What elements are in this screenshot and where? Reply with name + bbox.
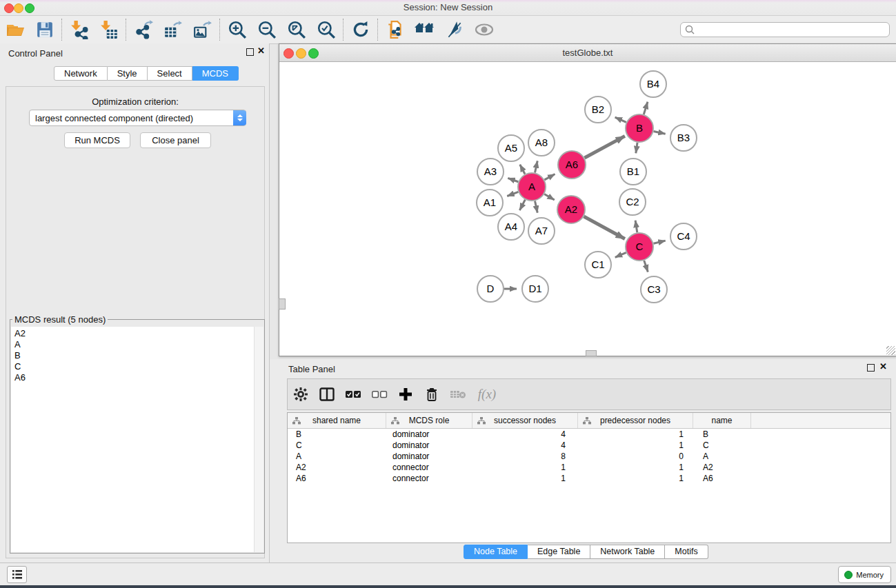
node-A7[interactable]: A7	[528, 218, 555, 244]
node-A3[interactable]: A3	[477, 159, 504, 185]
home-icon[interactable]	[410, 18, 439, 41]
table-row[interactable]: Bdominator41B	[288, 429, 890, 440]
edge-A-A1[interactable]	[507, 192, 518, 196]
column-header-name[interactable]: name	[693, 413, 751, 428]
edge-C-C3[interactable]	[644, 261, 648, 272]
table-cell[interactable]: A	[693, 452, 751, 461]
column-header-shared-name[interactable]: shared name	[288, 413, 386, 428]
table-cell[interactable]: C	[288, 440, 386, 450]
search-input[interactable]	[697, 24, 889, 35]
table-cell[interactable]: 4	[472, 429, 578, 439]
tab-select[interactable]: Select	[148, 66, 192, 81]
table-cell[interactable]: 0	[578, 452, 693, 461]
tab-edge-table[interactable]: Edge Table	[528, 545, 590, 559]
table-row[interactable]: A6connector11A6	[288, 473, 890, 484]
table-cell[interactable]: dominator	[386, 429, 472, 439]
table-row[interactable]: A2connector11A2	[288, 462, 890, 473]
tab-node-table[interactable]: Node Table	[464, 545, 528, 559]
table-row[interactable]: Adominator80A	[288, 451, 890, 462]
zoom-out-icon[interactable]	[252, 18, 281, 41]
table-cell[interactable]: A6	[288, 474, 386, 483]
float-panel-icon[interactable]	[246, 48, 254, 56]
node-C1[interactable]: C1	[585, 252, 611, 278]
zoom-fit-icon[interactable]	[281, 18, 311, 41]
edge-C-C4[interactable]	[653, 241, 665, 243]
edge-A-A8[interactable]	[535, 161, 537, 172]
network-window-titlebar[interactable]: testGlobe.txt	[279, 44, 896, 62]
zoom-selected-icon[interactable]	[311, 18, 341, 41]
table-cell[interactable]: 1	[578, 440, 693, 450]
edge-A-A6[interactable]	[544, 174, 555, 180]
float-table-panel-icon[interactable]	[867, 364, 875, 372]
table-cell[interactable]: A2	[693, 463, 751, 472]
graphics-details-icon[interactable]	[439, 18, 469, 41]
node-B[interactable]: B	[626, 114, 653, 142]
table-cell[interactable]: C	[693, 440, 751, 450]
window-resize-grip[interactable]	[886, 346, 895, 355]
tab-style[interactable]: Style	[108, 66, 148, 81]
deselect-all-icon[interactable]	[366, 389, 392, 399]
zoom-in-icon[interactable]	[222, 18, 252, 41]
node-A1[interactable]: A1	[477, 190, 503, 216]
memory-button[interactable]: Memory	[838, 566, 891, 583]
node-table[interactable]: shared nameMCDS rolesuccessor nodesprede…	[287, 412, 891, 543]
table-cell[interactable]: 1	[578, 474, 693, 483]
column-header-predecessor-nodes[interactable]: predecessor nodes	[578, 413, 693, 428]
edge-C-C1[interactable]	[615, 252, 626, 257]
node-C[interactable]: C	[626, 233, 653, 261]
node-A8[interactable]: A8	[528, 130, 555, 156]
table-cell[interactable]: connector	[386, 474, 472, 483]
delete-column-trash-icon[interactable]	[419, 387, 445, 402]
edge-B-B3[interactable]	[654, 131, 666, 134]
node-C3[interactable]: C3	[641, 276, 667, 303]
clone-network-icon[interactable]	[380, 18, 410, 41]
tab-network-table[interactable]: Network Table	[590, 545, 665, 559]
table-cell[interactable]: A2	[288, 463, 386, 472]
column-header-MCDS-role[interactable]: MCDS role	[386, 413, 472, 428]
select-all-icon[interactable]	[340, 389, 366, 399]
table-cell[interactable]: B	[288, 429, 386, 439]
mcds-result-item[interactable]: A2	[14, 328, 263, 339]
import-table-icon[interactable]	[94, 18, 123, 41]
import-network-icon[interactable]	[64, 18, 94, 41]
table-cell[interactable]: B	[693, 429, 751, 439]
table-settings-gear-icon[interactable]	[288, 387, 314, 402]
table-row[interactable]: Cdominator41C	[288, 440, 890, 451]
close-panel-icon[interactable]: ✕	[257, 45, 265, 57]
mcds-result-list[interactable]: A2ABCA6	[11, 327, 263, 552]
table-cell[interactable]: connector	[386, 463, 472, 472]
horizontal-scrollbar-knob[interactable]	[586, 350, 597, 356]
open-session-icon[interactable]	[0, 18, 30, 41]
edge-B-B2[interactable]	[615, 117, 626, 122]
tab-network[interactable]: Network	[54, 66, 108, 81]
export-network-icon[interactable]	[128, 18, 158, 41]
table-cell[interactable]: dominator	[386, 440, 472, 450]
edge-B-B1[interactable]	[636, 143, 637, 153]
tab-motifs[interactable]: Motifs	[665, 545, 708, 559]
edge-A2-C[interactable]	[584, 216, 624, 239]
refresh-icon[interactable]	[346, 18, 375, 41]
node-A5[interactable]: A5	[498, 135, 524, 161]
node-D1[interactable]: D1	[522, 276, 548, 302]
node-A[interactable]: A	[518, 173, 546, 201]
result-scrollbar[interactable]	[254, 327, 263, 552]
search-field[interactable]	[680, 22, 890, 37]
edge-A-A3[interactable]	[508, 178, 518, 181]
add-column-icon[interactable]	[392, 387, 419, 401]
table-cell[interactable]: 1	[578, 429, 693, 439]
node-A2[interactable]: A2	[557, 196, 585, 223]
vertical-scrollbar-knob[interactable]	[279, 298, 286, 310]
task-history-button[interactable]	[7, 566, 27, 583]
show-column-panel-icon[interactable]	[314, 387, 340, 401]
close-panel-button[interactable]: Close panel	[140, 132, 211, 148]
table-cell[interactable]: 8	[472, 452, 578, 461]
edge-B-B4[interactable]	[644, 102, 648, 114]
table-cell[interactable]: dominator	[386, 452, 472, 461]
edge-A-A4[interactable]	[519, 200, 525, 210]
edge-A-A2[interactable]	[544, 194, 555, 200]
table-cell[interactable]: 1	[472, 474, 578, 483]
table-cell[interactable]: A	[288, 452, 386, 461]
table-cell[interactable]: A6	[693, 474, 751, 483]
save-session-icon[interactable]	[30, 18, 59, 41]
edge-A-A7[interactable]	[535, 201, 537, 213]
